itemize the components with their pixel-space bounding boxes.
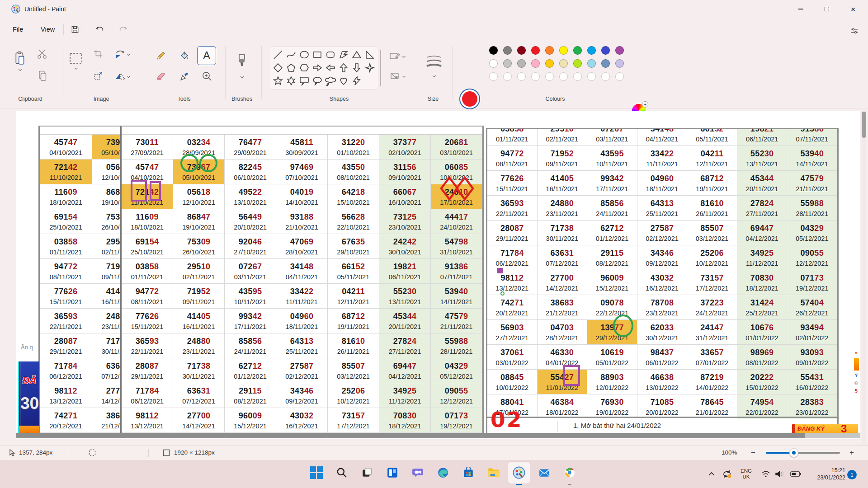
paste-button[interactable] — [10, 47, 30, 74]
palette-colour-swatch[interactable] — [517, 46, 526, 55]
fill-tool[interactable] — [176, 48, 193, 63]
tray-sync-button[interactable] — [722, 460, 732, 488]
palette-empty-slot[interactable] — [531, 72, 540, 81]
flip-button[interactable] — [111, 69, 133, 83]
taskbar-widgets-button[interactable] — [382, 462, 403, 483]
shape-heart-icon[interactable] — [337, 75, 350, 88]
tray-language[interactable]: ENGUK — [741, 460, 752, 488]
shape-pentagon-icon[interactable] — [284, 61, 297, 74]
redo-button[interactable] — [116, 23, 130, 36]
taskbar-store-button[interactable] — [458, 462, 479, 483]
palette-colour-swatch[interactable] — [517, 59, 526, 68]
undo-button[interactable] — [93, 23, 107, 36]
shape-arrow-down-icon[interactable] — [350, 61, 363, 74]
shape-speech-rect-icon[interactable] — [297, 75, 311, 88]
crop-button[interactable] — [90, 47, 106, 61]
taskbar-task-view-button[interactable] — [356, 462, 378, 483]
palette-empty-slot[interactable] — [489, 72, 498, 81]
tray-chevron-button[interactable] — [708, 460, 715, 488]
palette-colour-swatch[interactable] — [545, 46, 554, 55]
shape-arrow-up-icon[interactable] — [337, 61, 350, 74]
shape-speech-oval-icon[interactable] — [311, 75, 324, 88]
palette-colour-swatch[interactable] — [531, 59, 540, 68]
minimize-button[interactable] — [790, 0, 811, 18]
palette-colour-swatch[interactable] — [587, 46, 596, 55]
notification-badge[interactable]: 1 — [847, 470, 857, 479]
size-button[interactable] — [422, 47, 446, 83]
tray-clock[interactable]: 15:2123/01/2022 — [814, 460, 845, 488]
maximize-button[interactable] — [816, 0, 837, 18]
taskbar-edge-button[interactable] — [432, 462, 454, 483]
color-picker-tool[interactable] — [176, 69, 193, 84]
zoom-slider-thumb[interactable] — [789, 448, 798, 457]
taskbar-start-button[interactable] — [306, 462, 327, 483]
shape-fill-button[interactable] — [385, 70, 409, 82]
shape-rectangle-icon[interactable] — [311, 48, 324, 61]
palette-colour-swatch[interactable] — [573, 46, 582, 55]
text-tool-selected[interactable]: A — [197, 46, 216, 65]
shape-thought-cloud-icon[interactable] — [324, 75, 337, 88]
palette-empty-slot[interactable] — [503, 72, 512, 81]
palette-colour-swatch[interactable] — [545, 59, 554, 68]
shape-hexagon-icon[interactable] — [297, 61, 311, 74]
shape-ellipse-icon[interactable] — [297, 48, 311, 61]
palette-empty-slot[interactable] — [601, 72, 610, 81]
palette-colour-swatch[interactable] — [559, 46, 568, 55]
palette-empty-slot[interactable] — [587, 72, 596, 81]
magnifier-tool[interactable] — [199, 69, 215, 84]
shapes-scrollbar[interactable] — [380, 50, 381, 86]
shape-lightning-icon[interactable] — [350, 75, 363, 88]
shape-line-icon[interactable] — [271, 48, 284, 61]
vertical-scrollbar-thumb[interactable] — [862, 112, 866, 138]
rotate-button[interactable] — [111, 47, 133, 61]
shape-curve-icon[interactable] — [284, 48, 297, 61]
palette-colour-swatch[interactable] — [503, 59, 512, 68]
tray-volume-button[interactable] — [775, 460, 784, 488]
zoom-in-button[interactable]: + — [847, 448, 856, 457]
palette-colour-swatch[interactable] — [573, 59, 582, 68]
close-button[interactable]: × — [843, 0, 863, 18]
palette-colour-swatch[interactable] — [531, 46, 540, 55]
color1-selected[interactable] — [459, 89, 480, 109]
taskbar-file-explorer-button[interactable] — [483, 462, 505, 483]
palette-empty-slot[interactable] — [573, 72, 582, 81]
palette-empty-slot[interactable] — [545, 72, 554, 81]
shape-star-5-icon[interactable] — [271, 75, 284, 88]
palette-colour-swatch[interactable] — [559, 59, 568, 68]
copy-button[interactable] — [34, 69, 51, 83]
palette-colour-swatch[interactable] — [615, 46, 624, 55]
resize-button[interactable] — [90, 69, 106, 83]
palette-colour-swatch[interactable] — [489, 59, 498, 68]
tray-wifi-button[interactable] — [761, 460, 770, 488]
palette-empty-slot[interactable] — [517, 72, 526, 81]
pencil-tool[interactable] — [153, 48, 169, 63]
shape-triangle-icon[interactable] — [350, 48, 363, 61]
shape-outline-button[interactable] — [385, 50, 409, 62]
vertical-scrollbar[interactable] — [862, 111, 866, 445]
palette-colour-swatch[interactable] — [489, 46, 498, 55]
settings-button[interactable] — [847, 24, 862, 38]
eraser-tool[interactable] — [153, 69, 169, 84]
taskbar-chat-button[interactable] — [407, 462, 429, 483]
palette-colour-swatch[interactable] — [601, 46, 610, 55]
shape-rounded-rectangle-icon[interactable] — [324, 48, 337, 61]
brushes-button[interactable] — [231, 46, 252, 85]
save-button[interactable] — [68, 23, 82, 36]
menu-view[interactable]: View — [34, 22, 61, 37]
taskbar-paint-button[interactable] — [508, 462, 530, 483]
taskbar-mail-button[interactable] — [533, 462, 555, 483]
zoom-out-button[interactable]: − — [749, 448, 758, 457]
palette-colour-swatch[interactable] — [503, 46, 512, 55]
palette-empty-slot[interactable] — [559, 72, 568, 81]
shape-star-4-icon[interactable] — [363, 61, 376, 74]
palette-colour-swatch[interactable] — [601, 59, 610, 68]
taskbar-chrome-button[interactable] — [559, 462, 580, 483]
cut-button[interactable] — [34, 47, 51, 61]
select-button[interactable] — [66, 47, 86, 74]
palette-colour-swatch[interactable] — [587, 59, 596, 68]
shape-diamond-icon[interactable] — [271, 61, 284, 74]
shape-arrow-left-icon[interactable] — [324, 61, 337, 74]
zoom-slider-track[interactable] — [766, 452, 840, 454]
menu-file[interactable]: File — [6, 22, 29, 37]
shape-right-triangle-icon[interactable] — [363, 48, 376, 61]
